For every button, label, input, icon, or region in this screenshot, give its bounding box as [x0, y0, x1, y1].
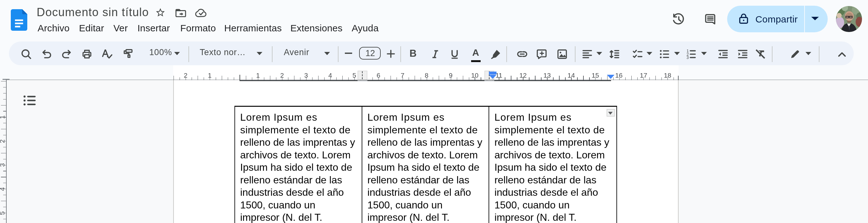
svg-text:3: 3 — [686, 55, 689, 60]
